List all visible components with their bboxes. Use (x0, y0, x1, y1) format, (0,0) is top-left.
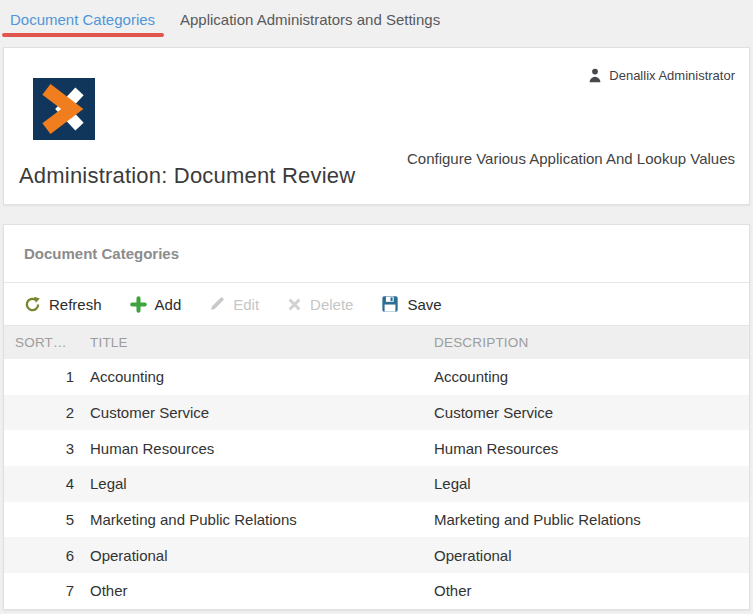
cell-description: Marketing and Public Relations (434, 511, 749, 528)
cell-title: Marketing and Public Relations (74, 511, 434, 528)
panel-title-strip: Document Categories (4, 225, 749, 283)
column-header-description[interactable]: DESCRIPTION (434, 335, 749, 350)
delete-button[interactable]: Delete (287, 296, 353, 313)
table-row[interactable]: 4 Legal Legal (4, 466, 749, 502)
tab-bar: Document Categories Application Administ… (0, 0, 753, 47)
table-row[interactable]: 1 Accounting Accounting (4, 359, 749, 395)
edit-label: Edit (233, 296, 259, 313)
refresh-icon (24, 296, 41, 313)
panel-title: Document Categories (24, 245, 179, 262)
active-tab-underline (2, 33, 164, 37)
cell-title: Accounting (74, 368, 434, 385)
tab-application-administrators[interactable]: Application Administrators and Settings (180, 11, 440, 28)
pencil-icon (209, 296, 225, 312)
table-row[interactable]: 3 Human Resources Human Resources (4, 430, 749, 466)
cell-description: Customer Service (434, 404, 749, 421)
user-icon (587, 67, 603, 84)
cell-title: Legal (74, 475, 434, 492)
plus-icon (130, 296, 147, 313)
add-button[interactable]: Add (130, 296, 182, 313)
page-title: Administration: Document Review (19, 163, 355, 189)
table-header-row: SORT… TITLE DESCRIPTION (4, 326, 749, 359)
cell-title: Human Resources (74, 440, 434, 457)
cell-description: Other (434, 582, 749, 599)
table-body: 1 Accounting Accounting 2 Customer Servi… (4, 359, 749, 609)
cell-sort: 3 (4, 440, 74, 457)
document-categories-panel: Document Categories Refresh Add Edit (3, 224, 750, 610)
edit-button[interactable]: Edit (209, 296, 259, 313)
table-row[interactable]: 2 Customer Service Customer Service (4, 395, 749, 431)
cell-description: Legal (434, 475, 749, 492)
table-row[interactable]: 6 Operational Operational (4, 537, 749, 573)
column-header-sort[interactable]: SORT… (4, 335, 74, 350)
x-icon (287, 297, 302, 312)
cell-description: Operational (434, 547, 749, 564)
cell-sort: 4 (4, 475, 74, 492)
page-subtitle: Configure Various Application And Lookup… (407, 150, 735, 167)
tab-document-categories[interactable]: Document Categories (10, 11, 155, 28)
refresh-label: Refresh (49, 296, 102, 313)
toolbar: Refresh Add Edit Delete (4, 283, 749, 326)
cell-sort: 1 (4, 368, 74, 385)
table-row[interactable]: 7 Other Other (4, 573, 749, 609)
table-row[interactable]: 5 Marketing and Public Relations Marketi… (4, 502, 749, 538)
cell-description: Accounting (434, 368, 749, 385)
cell-sort: 5 (4, 511, 74, 528)
cell-description: Human Resources (434, 440, 749, 457)
cell-sort: 6 (4, 547, 74, 564)
cell-sort: 7 (4, 582, 74, 599)
cell-title: Other (74, 582, 434, 599)
header-panel: Denallix Administrator Administration: D… (3, 47, 750, 205)
user-name: Denallix Administrator (609, 68, 735, 83)
column-header-title[interactable]: TITLE (74, 335, 434, 350)
save-icon (381, 295, 399, 313)
current-user[interactable]: Denallix Administrator (587, 67, 735, 84)
add-label: Add (155, 296, 182, 313)
refresh-button[interactable]: Refresh (24, 296, 102, 313)
app-logo-icon (33, 78, 95, 140)
cell-sort: 2 (4, 404, 74, 421)
save-button[interactable]: Save (381, 295, 441, 313)
save-label: Save (407, 296, 441, 313)
delete-label: Delete (310, 296, 353, 313)
cell-title: Operational (74, 547, 434, 564)
cell-title: Customer Service (74, 404, 434, 421)
